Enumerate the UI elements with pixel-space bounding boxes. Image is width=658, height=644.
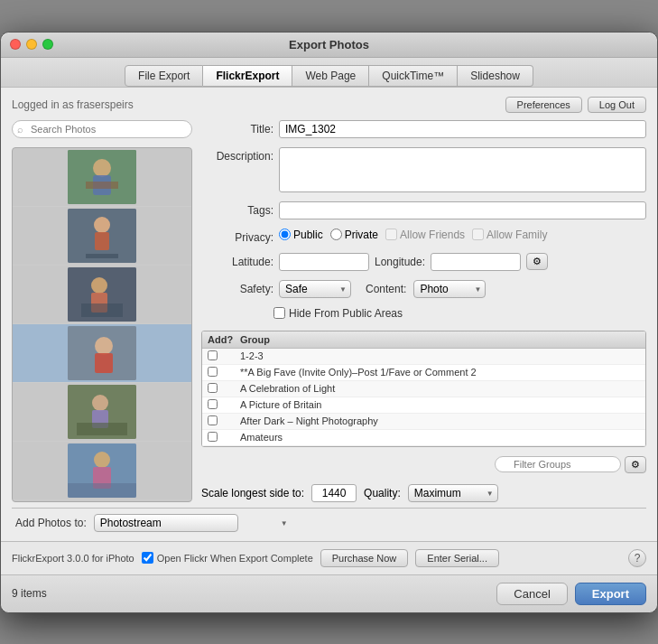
purchase-button[interactable]: Purchase Now xyxy=(320,549,409,567)
latlong-row: Latitude: Longitude: ⚙ xyxy=(201,253,646,271)
minimize-button[interactable] xyxy=(26,39,37,50)
main-window: Export Photos File Export FlickrExport W… xyxy=(0,32,658,613)
tab-file-export[interactable]: File Export xyxy=(125,65,203,87)
safety-row: Safety: Safe Content: Photo xyxy=(201,280,646,298)
latlong-inputs: Longitude: ⚙ xyxy=(279,253,548,271)
titlebar: Export Photos xyxy=(1,33,657,58)
private-radio[interactable] xyxy=(330,229,342,240)
photo-list xyxy=(12,147,192,502)
open-flickr-text: Open Flickr When Export Complete xyxy=(157,553,313,564)
allow-family-label[interactable]: Allow Family xyxy=(472,229,547,241)
col-add-header: Add? xyxy=(208,334,240,345)
hide-row: Hide From Public Areas xyxy=(273,307,646,320)
flickrexport-version: FlickrExport 3.0.0 for iPhoto xyxy=(12,553,134,564)
tags-input[interactable] xyxy=(279,201,646,219)
top-bar: Logged in as fraserspeirs Preferences Lo… xyxy=(12,97,646,113)
tab-slideshow[interactable]: Slideshow xyxy=(458,65,533,87)
window-title: Export Photos xyxy=(289,38,369,51)
filter-wrapper: ⌕ xyxy=(495,456,621,472)
group-name-0: 1-2-3 xyxy=(240,350,264,361)
footer-left: FlickrExport 3.0.0 for iPhoto Open Flick… xyxy=(12,549,499,567)
group-checkbox-3[interactable] xyxy=(208,399,218,409)
serial-button[interactable]: Enter Serial... xyxy=(415,549,499,567)
list-item: A Picture of Britain xyxy=(202,397,645,414)
list-item[interactable] xyxy=(13,442,191,500)
group-checkbox-1[interactable] xyxy=(208,367,218,377)
group-name-3: A Picture of Britain xyxy=(240,399,322,410)
list-item: Amateurs xyxy=(202,430,645,446)
tab-bar: File Export FlickrExport Web Page QuickT… xyxy=(1,58,657,88)
list-item: 1-2-3 xyxy=(202,349,645,365)
search-bar: ⌕ xyxy=(12,120,192,138)
latitude-input[interactable] xyxy=(279,253,369,271)
tab-quicktime[interactable]: QuickTime™ xyxy=(369,65,458,87)
cancel-button[interactable]: Cancel xyxy=(496,583,567,605)
quality-label: Quality: xyxy=(364,487,401,499)
svg-rect-3 xyxy=(86,182,118,189)
group-checkbox-2[interactable] xyxy=(208,383,218,393)
description-input[interactable] xyxy=(279,147,646,192)
list-item[interactable] xyxy=(13,207,191,266)
preferences-button[interactable]: Preferences xyxy=(505,97,582,113)
longitude-input[interactable] xyxy=(431,253,521,271)
search-icon: ⌕ xyxy=(17,124,23,135)
search-input[interactable] xyxy=(12,120,192,138)
right-panel: Title: Description: Tags: Privacy: xyxy=(201,120,646,502)
quality-select-wrapper: Maximum xyxy=(408,484,498,502)
private-radio-label[interactable]: Private xyxy=(330,229,378,241)
allow-friends-label[interactable]: Allow Friends xyxy=(385,229,465,241)
groups-gear-button[interactable]: ⚙ xyxy=(625,456,646,473)
photo-panel: ⌕ xyxy=(12,120,192,502)
close-button[interactable] xyxy=(10,39,21,50)
help-button[interactable]: ? xyxy=(628,549,646,567)
hide-checkbox[interactable] xyxy=(273,307,285,319)
safety-select-wrapper: Safe xyxy=(279,280,351,298)
content-select-wrapper: Photo xyxy=(413,280,486,298)
traffic-lights xyxy=(10,39,53,50)
content-select[interactable]: Photo xyxy=(413,280,486,298)
list-item: **A Big Fave (Invite Only)–Post 1/Fave o… xyxy=(202,365,645,381)
status-bar: 9 items Cancel Export xyxy=(1,574,657,612)
privacy-row: Privacy: Public Private Allow Friends xyxy=(201,229,646,244)
group-checkbox-5[interactable] xyxy=(208,432,218,442)
group-name-2: A Celebration of Light xyxy=(240,383,335,394)
maximize-button[interactable] xyxy=(42,39,53,50)
list-item: After Dark – Night Photography xyxy=(202,414,645,430)
latlong-gear-button[interactable]: ⚙ xyxy=(526,253,548,270)
tab-flickr-export[interactable]: FlickrExport xyxy=(203,65,292,87)
list-item[interactable] xyxy=(13,148,191,207)
tab-web-page[interactable]: Web Page xyxy=(292,65,369,87)
svg-rect-13 xyxy=(95,353,113,373)
svg-point-8 xyxy=(91,277,107,294)
scale-row: Scale longest side to: Quality: Maximum xyxy=(201,484,646,502)
svg-point-15 xyxy=(92,395,108,411)
list-item[interactable] xyxy=(13,383,191,442)
title-row: Title: xyxy=(201,120,646,138)
tags-label: Tags: xyxy=(201,201,273,217)
public-radio[interactable] xyxy=(279,229,291,240)
export-button[interactable]: Export xyxy=(575,583,646,605)
title-input[interactable] xyxy=(279,120,646,138)
open-flickr-label[interactable]: Open Flickr When Export Complete xyxy=(142,552,313,564)
filter-row: ⌕ ⚙ xyxy=(201,456,646,473)
public-radio-label[interactable]: Public xyxy=(279,229,323,241)
latitude-label: Latitude: xyxy=(201,253,273,268)
groups-scroll[interactable]: 1-2-3 **A Big Fave (Invite Only)–Post 1/… xyxy=(202,349,645,446)
group-checkbox-0[interactable] xyxy=(208,350,218,360)
list-item[interactable] xyxy=(13,324,191,383)
group-checkbox-4[interactable] xyxy=(208,415,218,425)
safety-select[interactable]: Safe xyxy=(279,280,351,298)
photostream-select[interactable]: Photostream xyxy=(94,514,238,532)
quality-select[interactable]: Maximum xyxy=(408,484,498,502)
filter-input[interactable] xyxy=(495,456,621,472)
logout-button[interactable]: Log Out xyxy=(588,97,646,113)
top-bar-buttons: Preferences Log Out xyxy=(505,97,646,113)
title-label: Title: xyxy=(201,120,273,135)
allow-family-checkbox[interactable] xyxy=(472,229,484,240)
allow-friends-checkbox[interactable] xyxy=(385,229,397,240)
svg-point-12 xyxy=(95,337,113,355)
open-flickr-checkbox[interactable] xyxy=(142,552,153,564)
logged-in-text: Logged in as fraserspeirs xyxy=(12,98,134,111)
list-item[interactable] xyxy=(13,266,191,324)
scale-input[interactable] xyxy=(311,484,357,502)
